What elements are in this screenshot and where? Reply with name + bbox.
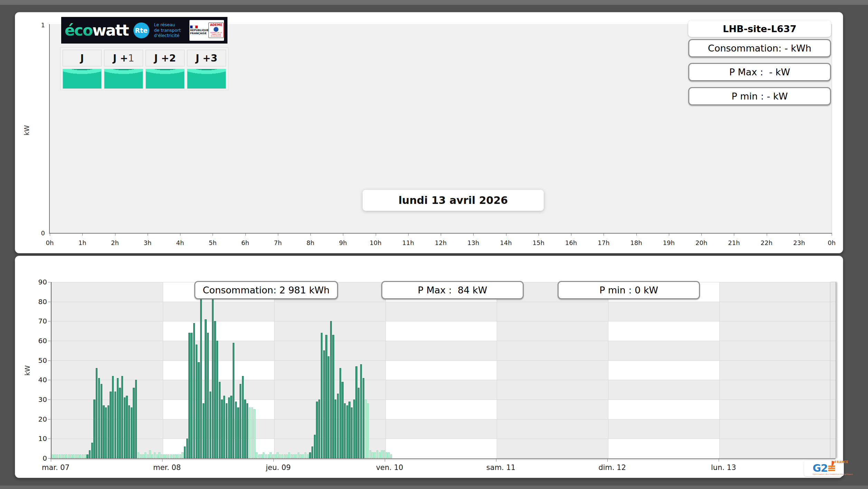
ecowatt-signal-image-j3[interactable] bbox=[187, 69, 226, 89]
consumption-bar bbox=[219, 382, 221, 458]
consumption-bar bbox=[358, 388, 360, 458]
g2e-logo: G2 FRANCE Optimisation des ressources én… bbox=[804, 460, 844, 476]
hour-tick bbox=[441, 233, 441, 236]
day-tick bbox=[273, 459, 274, 462]
day-tick-label: lun. 13 bbox=[711, 463, 736, 472]
consumption-bar bbox=[242, 376, 244, 458]
day-tick-label: sam. 11 bbox=[486, 463, 515, 472]
consumption-bar bbox=[175, 454, 176, 458]
hour-tick bbox=[376, 233, 376, 236]
consumption-bar bbox=[91, 443, 93, 458]
day-button-j1[interactable]: J + 1 bbox=[104, 50, 143, 66]
consumption-bar bbox=[212, 294, 214, 458]
consumption-bar bbox=[367, 403, 369, 458]
consumption-bar bbox=[108, 405, 109, 458]
hour-tick bbox=[539, 233, 539, 236]
weekly-pmin-box[interactable]: P min : 0 kW bbox=[558, 281, 700, 299]
consumption-bar bbox=[80, 454, 81, 458]
weekly-y-axis-label: kW bbox=[24, 365, 31, 376]
consumption-bar bbox=[270, 452, 271, 458]
consumption-bar bbox=[61, 454, 63, 458]
ecowatt-signal-image-j1[interactable] bbox=[104, 69, 143, 89]
consumption-bar bbox=[253, 409, 255, 458]
daily-pmin-box[interactable]: P min : - kW bbox=[688, 87, 831, 105]
hour-tick bbox=[734, 233, 734, 236]
consumption-bar bbox=[54, 454, 56, 458]
weekly-y-tick-label: 80 bbox=[28, 298, 47, 306]
consumption-bar bbox=[376, 450, 378, 458]
consumption-bar bbox=[265, 454, 267, 458]
hour-tick bbox=[571, 233, 571, 236]
consumption-bar bbox=[305, 452, 306, 458]
hour-tick bbox=[506, 233, 506, 236]
consumption-bar bbox=[196, 345, 197, 458]
gridline-horizontal bbox=[52, 360, 831, 361]
consumption-bar bbox=[311, 446, 313, 458]
gridline-vertical-day bbox=[719, 282, 720, 458]
value-axis-scrollbar[interactable] bbox=[830, 282, 836, 458]
daily-consumption-box[interactable]: Consommation: - kWh bbox=[688, 39, 831, 57]
day-tick-label: jeu. 09 bbox=[266, 463, 291, 472]
consumption-bar bbox=[295, 454, 297, 458]
weekly-y-tick bbox=[48, 399, 50, 400]
consumption-bar bbox=[263, 452, 264, 458]
weekly-pmax-box[interactable]: P Max : 84 kW bbox=[381, 281, 524, 299]
consumption-bar bbox=[112, 376, 114, 458]
consumption-bar bbox=[386, 452, 388, 458]
consumption-bar bbox=[86, 454, 88, 458]
hour-tick bbox=[604, 233, 604, 236]
weekly-y-tick-label: 10 bbox=[28, 434, 47, 443]
hour-tick bbox=[310, 233, 311, 236]
consumption-bar bbox=[179, 454, 181, 458]
consumption-bar bbox=[205, 319, 206, 458]
scrollbar-gridline bbox=[830, 341, 836, 341]
day-button-j3[interactable]: J + 3 bbox=[187, 50, 226, 66]
hour-tick-label: 18h bbox=[630, 239, 642, 246]
weekly-y-tick bbox=[48, 458, 50, 459]
scrollbar-gridline bbox=[830, 282, 836, 282]
consumption-bar bbox=[200, 298, 202, 458]
consumption-bar bbox=[147, 454, 149, 458]
republique-francaise-logo: RÉPUBLIQUE FRANÇAISE bbox=[190, 26, 208, 35]
consumption-bar bbox=[66, 454, 67, 458]
consumption-bar bbox=[170, 454, 172, 458]
rte-logo-icon: Rte bbox=[133, 22, 149, 38]
day-button-j2[interactable]: J + 2 bbox=[146, 50, 185, 66]
consumption-bar bbox=[193, 323, 195, 458]
consumption-bar bbox=[75, 454, 77, 458]
consumption-bar bbox=[214, 321, 216, 458]
consumption-bar bbox=[300, 454, 301, 458]
day-tick bbox=[51, 459, 51, 462]
weekly-consumption-box[interactable]: Consommation: 2 981 kWh bbox=[194, 281, 338, 299]
day-button-j[interactable]: J bbox=[63, 50, 102, 66]
consumption-bar bbox=[237, 407, 239, 458]
hour-tick-label: 17h bbox=[598, 239, 609, 246]
hour-tick bbox=[50, 233, 50, 236]
consumption-bar bbox=[321, 333, 323, 458]
hour-tick-label: 8h bbox=[307, 239, 315, 246]
day-tick-label: dim. 12 bbox=[598, 463, 626, 472]
hour-tick-label: 2h bbox=[111, 239, 119, 246]
hour-tick bbox=[82, 233, 83, 236]
consumption-bar bbox=[344, 403, 346, 458]
gridline-vertical-day bbox=[497, 282, 497, 458]
daily-y-tick-0: 0 bbox=[31, 229, 45, 237]
ecowatt-signal-image-j[interactable] bbox=[63, 69, 102, 89]
plot-band-cell bbox=[608, 439, 719, 458]
consumption-bar bbox=[291, 454, 292, 458]
daily-chart-panel: 1 0 kW 0h1h2h3h4h5h6h7h8h9h10h11h12h13h1… bbox=[15, 12, 843, 253]
consumption-bar bbox=[93, 399, 95, 458]
consumption-bar bbox=[126, 396, 128, 458]
plot-band-cell bbox=[163, 360, 274, 380]
g2e-france-label: FRANCE bbox=[835, 461, 848, 464]
consumption-bar bbox=[101, 384, 102, 458]
hour-tick-label: 19h bbox=[663, 239, 675, 246]
site-selector-button[interactable]: LHB-site-L637 bbox=[688, 20, 831, 37]
daily-y-tick-1: 1 bbox=[31, 21, 45, 29]
consumption-bar bbox=[198, 362, 199, 458]
day-tick bbox=[162, 459, 162, 462]
ecowatt-signal-image-j2[interactable] bbox=[146, 69, 185, 89]
daily-pmax-box[interactable]: P Max : - kW bbox=[688, 63, 831, 81]
consumption-bar bbox=[355, 366, 357, 458]
hour-tick-label: 4h bbox=[176, 239, 184, 246]
